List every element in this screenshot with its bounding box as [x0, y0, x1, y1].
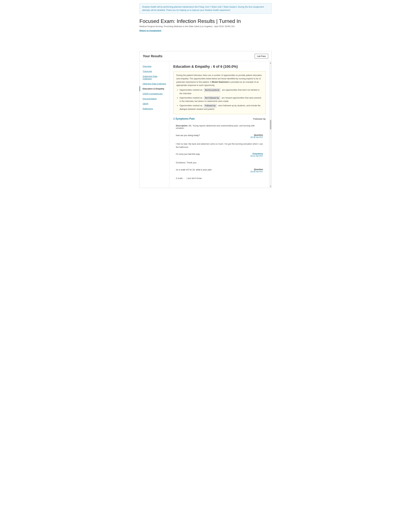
badge-not-followed: Not Followed Up: [204, 96, 220, 100]
sidebar-item-objective[interactable]: Objective Data Collection: [140, 81, 169, 86]
dialogue-row-3: on a scale of 0 to 10, what is your pain…: [173, 167, 266, 174]
description-label: Description:: [176, 124, 188, 127]
dialogue-response-3: A scale . . . I just don't know.: [173, 175, 266, 181]
info-box: During the patient interview, there are …: [173, 71, 266, 114]
dialogue-time-1: 09:38 AM PDT: [245, 136, 263, 139]
symptom-status: Followed Up: [253, 118, 266, 120]
page-title: Focused Exam: Infection Results | Turned…: [140, 18, 271, 24]
return-to-assignment-link[interactable]: Return to Assignment: [140, 29, 161, 32]
symptom-title: 1 Symptoms Pain: [173, 117, 195, 120]
scroll-thumb[interactable]: [270, 120, 271, 129]
dialogue-row-1: how are you doing today? Question 09:38 …: [173, 132, 266, 140]
maintenance-banner: Shadow Health will be performing planned…: [140, 3, 271, 14]
section-heading: Education & Empathy : 6 of 6 (100.0%): [173, 65, 266, 69]
dialogue-text-3: on a scale of 0 to 10, what is your pain: [176, 168, 237, 171]
bullet-not-encountered: Opportunities marked as Not Encountered …: [179, 88, 262, 95]
symptom-description: Description: Ms. Young reports abdominal…: [173, 123, 266, 131]
badge-followed-up: Followed Up: [204, 104, 217, 107]
spacer: [140, 32, 271, 51]
sidebar-item-qsen[interactable]: QSEN Competencies: [140, 91, 169, 96]
dialogue-response-2: Goodness. Thank you.: [173, 160, 266, 166]
lab-pass-button[interactable]: Lab Pass: [255, 54, 268, 58]
banner-text: Shadow Health will be performing planned…: [142, 6, 264, 11]
scroll-down-arrow[interactable]: ▼: [270, 185, 271, 187]
info-intro: During the patient interview, there are …: [176, 74, 262, 87]
dialogue-label-1: Question: [245, 134, 263, 136]
sidebar-item-transcript[interactable]: Transcript: [140, 69, 169, 74]
dialogue-time-3: 09:46 AM PDT: [245, 171, 263, 173]
scrollbar[interactable]: ▲ ▼: [270, 61, 271, 188]
sidebar-item-education[interactable]: Education & Empathy: [140, 86, 169, 91]
sidebar-item-documentation[interactable]: Documentation: [140, 96, 169, 101]
symptom-section-pain: 1 Symptoms Pain Followed Up Description:…: [173, 117, 266, 181]
dialogue-meta-2: Empathize 09:42 AM PDT: [245, 152, 263, 157]
sidebar: Overview Transcript Subjective Data Coll…: [140, 61, 169, 188]
dialogue-meta-3: Question 09:46 AM PDT: [245, 168, 263, 173]
dialogue-text-1: how are you doing today?: [176, 134, 237, 137]
dialogue-time-2: 09:42 AM PDT: [245, 155, 263, 157]
bullet-not-followed: Opportunities marked as Not Followed Up …: [179, 96, 262, 103]
results-container: Your Results Lab Pass Overview Transcrip…: [140, 51, 271, 188]
scroll-up-arrow[interactable]: ▲: [270, 62, 271, 64]
sidebar-item-reflections[interactable]: Reflections: [140, 106, 169, 111]
badge-not-encountered: Not Encountered: [204, 88, 221, 92]
results-title: Your Results: [143, 54, 162, 58]
dialogue-meta-1: Question 09:38 AM PDT: [245, 134, 263, 139]
results-body: Overview Transcript Subjective Data Coll…: [140, 61, 271, 188]
dialogue-response-1: I feel so bad. My back and abdomen ache …: [173, 141, 266, 150]
dialogue-text-2: i'm sorry you feel this way: [176, 152, 237, 156]
sidebar-item-subjective[interactable]: Subjective Data Collection: [140, 74, 169, 81]
sidebar-item-sbar[interactable]: SBAR: [140, 101, 169, 106]
dialogue-label-3: Question: [245, 168, 263, 171]
dialogue-row-2: i'm sorry you feel this way Empathize 09…: [173, 151, 266, 159]
main-content: Education & Empathy : 6 of 6 (100.0%) Du…: [169, 61, 270, 188]
page-wrapper: Shadow Health will be performing planned…: [133, 0, 278, 191]
dialogue-label-2: Empathize: [245, 152, 263, 155]
sidebar-item-overview[interactable]: Overview: [140, 64, 169, 69]
page-subtitle: Medical Surgical Nursing: Promoting Well…: [140, 25, 271, 28]
info-bullets: Opportunities marked as Not Encountered …: [176, 88, 262, 111]
model-statement-label: Model Statement: [212, 81, 229, 83]
results-header: Your Results Lab Pass: [140, 51, 271, 61]
bullet-followed-up: Opportunities marked as Followed Up were…: [179, 104, 262, 111]
symptom-header: 1 Symptoms Pain Followed Up: [173, 117, 266, 121]
